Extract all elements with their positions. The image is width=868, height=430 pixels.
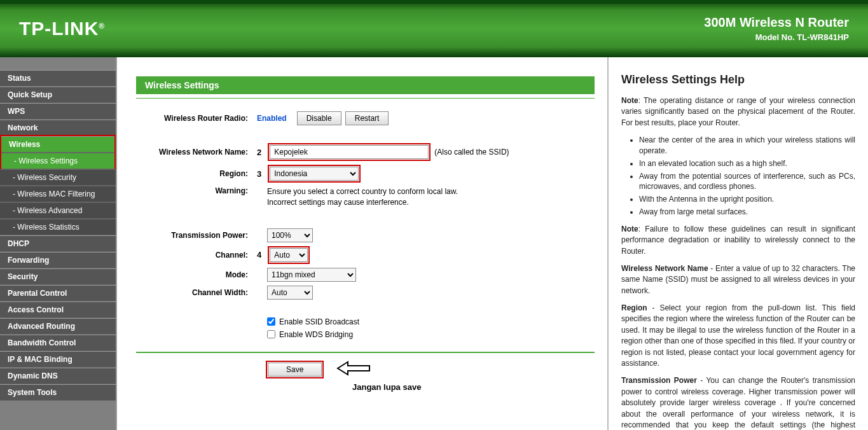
help-li5: Away from large metal surfaces. bbox=[639, 207, 855, 218]
wds-checkbox[interactable] bbox=[267, 330, 275, 338]
panel-title: Wireless Settings bbox=[136, 76, 595, 94]
wds-label: Enable WDS Bridging bbox=[279, 330, 353, 339]
divider bbox=[136, 98, 595, 99]
radio-label: Wireless Router Radio: bbox=[136, 114, 257, 123]
channel-highlight: Auto bbox=[268, 246, 310, 264]
restart-button[interactable]: Restart bbox=[345, 111, 389, 125]
save-note: Jangan lupa save bbox=[352, 382, 595, 392]
main-panel: 1 Wireless Settings Wireless Router Radi… bbox=[117, 57, 607, 430]
save-highlight: Save bbox=[266, 361, 324, 378]
help-li4: With the Antenna in the upright position… bbox=[639, 194, 855, 205]
channel-label: Channel: bbox=[136, 251, 257, 260]
nav-network[interactable]: Network bbox=[0, 120, 116, 136]
nav-wireless-advanced[interactable]: - Wireless Advanced bbox=[0, 202, 116, 219]
help-p5: Transmission Power - You can change the … bbox=[621, 375, 855, 430]
help-li1: Near the center of the area in which you… bbox=[639, 135, 855, 156]
warning-text-2: Incorrect settings may cause interferenc… bbox=[267, 197, 458, 208]
mode-select[interactable]: 11bgn mixed bbox=[267, 268, 356, 282]
nav-wps[interactable]: WPS bbox=[0, 103, 116, 120]
nav-ip-mac[interactable]: IP & MAC Binding bbox=[0, 351, 116, 368]
nav-bandwidth[interactable]: Bandwidth Control bbox=[0, 335, 116, 351]
nav-ddns[interactable]: Dynamic DNS bbox=[0, 368, 116, 384]
nav-parental[interactable]: Parental Control bbox=[0, 285, 116, 302]
help-li2: In an elevated location such as a high s… bbox=[639, 158, 855, 169]
annotation-3: 3 bbox=[257, 169, 261, 179]
nav-wireless-highlight: Wireless - Wireless Settings bbox=[0, 135, 116, 170]
ssid-label: Wireless Network Name: bbox=[136, 148, 257, 156]
region-label: Region: bbox=[136, 169, 257, 178]
help-p3: Wireless Network Name - Enter a value of… bbox=[621, 263, 855, 296]
arrow-left-icon bbox=[336, 361, 371, 378]
nav-forwarding[interactable]: Forwarding bbox=[0, 252, 116, 268]
ssid-hint: (Also called the SSID) bbox=[434, 148, 509, 156]
width-select[interactable]: Auto bbox=[267, 286, 313, 300]
nav-status[interactable]: Status bbox=[0, 70, 116, 87]
nav-dhcp[interactable]: DHCP bbox=[0, 235, 116, 252]
ssid-input[interactable] bbox=[270, 145, 429, 159]
ssid-highlight bbox=[268, 143, 431, 161]
help-panel: Wireless Settings Help Note: The operati… bbox=[607, 57, 868, 430]
nav-wireless[interactable]: Wireless bbox=[1, 136, 114, 153]
header-model: Model No. TL-WR841HP bbox=[704, 32, 849, 42]
tx-label: Transmission Power: bbox=[136, 231, 257, 240]
region-highlight: Indonesia bbox=[268, 165, 361, 183]
header-title: 300M Wireless N Router bbox=[704, 15, 849, 30]
nav-security[interactable]: Security bbox=[0, 268, 116, 285]
warning-text-1: Ensure you select a correct country to c… bbox=[267, 186, 458, 197]
nav-wireless-mac[interactable]: - Wireless MAC Filtering bbox=[0, 186, 116, 202]
help-li3: Away from the potential sources of inter… bbox=[639, 171, 855, 193]
region-select[interactable]: Indonesia bbox=[270, 167, 359, 181]
width-label: Channel Width: bbox=[136, 288, 257, 297]
disable-button[interactable]: Disable bbox=[297, 111, 341, 125]
annotation-2: 2 bbox=[257, 148, 261, 157]
tx-select[interactable]: 100% bbox=[267, 228, 313, 242]
header: TP-LINK® 300M Wireless N Router Model No… bbox=[0, 0, 868, 57]
nav-wireless-stats[interactable]: - Wireless Statistics bbox=[0, 219, 116, 235]
ssid-broadcast-label: Enable SSID Broadcast bbox=[279, 317, 359, 326]
nav-adv-routing[interactable]: Advanced Routing bbox=[0, 318, 116, 335]
channel-select[interactable]: Auto bbox=[270, 248, 308, 262]
radio-status: Enabled bbox=[257, 114, 287, 123]
nav-quick-setup[interactable]: Quick Setup bbox=[0, 87, 116, 103]
help-p1: Note: The operating distance or range of… bbox=[621, 95, 855, 128]
warning-label: Warning: bbox=[136, 186, 257, 195]
mode-label: Mode: bbox=[136, 270, 257, 279]
save-button[interactable]: Save bbox=[268, 363, 322, 377]
nav-access[interactable]: Access Control bbox=[0, 302, 116, 318]
help-p4: Region - Select your region from the pul… bbox=[621, 303, 855, 369]
sidebar: Status Quick Setup WPS Network Wireless … bbox=[0, 57, 117, 430]
nav-wireless-settings[interactable]: - Wireless Settings bbox=[1, 153, 114, 169]
nav-system[interactable]: System Tools bbox=[0, 384, 116, 401]
help-title: Wireless Settings Help bbox=[621, 73, 855, 87]
header-right: 300M Wireless N Router Model No. TL-WR84… bbox=[704, 15, 849, 42]
annotation-4: 4 bbox=[257, 250, 261, 260]
nav-wireless-security[interactable]: - Wireless Security bbox=[0, 169, 116, 186]
brand-logo: TP-LINK® bbox=[19, 18, 105, 39]
ssid-broadcast-checkbox[interactable] bbox=[267, 317, 275, 326]
divider-bottom bbox=[136, 352, 595, 353]
help-list: Near the center of the area in which you… bbox=[639, 135, 855, 218]
help-p2: Note: Failure to follow these guidelines… bbox=[621, 224, 855, 257]
